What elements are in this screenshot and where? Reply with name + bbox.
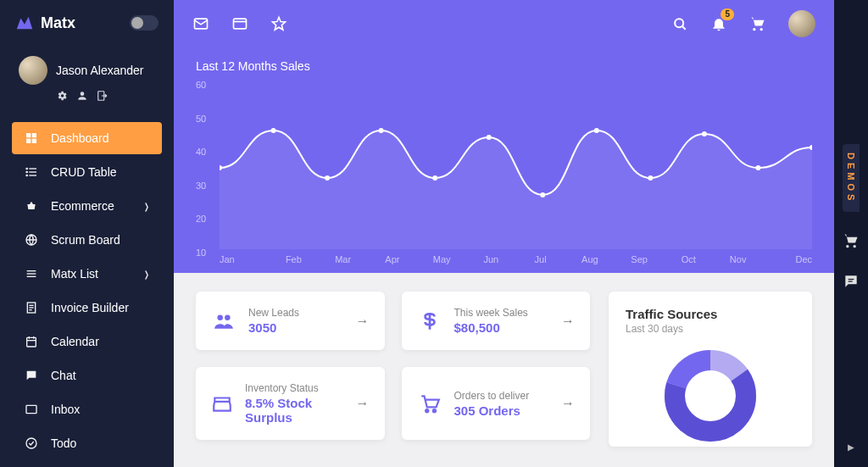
theme-toggle[interactable] (130, 15, 159, 31)
sidebar: Matx Jason Alexander Dashboard CRUD Tabl… (0, 0, 174, 467)
stat-card-inventory: Inventory Status 8.5% Stock Surplus → (196, 367, 385, 440)
brand: Matx (0, 0, 174, 46)
search-icon[interactable] (671, 15, 688, 32)
user-block: Jason Alexander (0, 46, 174, 90)
nav-todo[interactable]: Todo (12, 427, 162, 459)
svg-rect-3 (26, 139, 31, 143)
nav-ecommerce[interactable]: Ecommerce ❯ (12, 190, 162, 222)
svg-point-37 (594, 128, 599, 133)
sales-chart: 605040302010 (196, 80, 812, 249)
traffic-title: Traffic Sources (626, 307, 795, 321)
store-icon (211, 391, 233, 416)
chat-icon (24, 369, 39, 382)
stat-label: New Leads (248, 307, 299, 319)
nav-inbox[interactable]: Inbox (12, 393, 162, 425)
svg-point-44 (426, 409, 428, 412)
svg-rect-26 (234, 19, 247, 29)
shopping-cart-icon (417, 391, 442, 416)
star-icon[interactable] (270, 15, 287, 32)
svg-rect-4 (32, 139, 36, 143)
stat-value: 3050 (248, 320, 299, 335)
logout-icon[interactable] (97, 90, 108, 105)
sales-chart-panel: Last 12 Months Sales 605040302010 JanFeb… (174, 47, 834, 273)
nav-matx-list[interactable]: Matx List ❯ (12, 258, 162, 290)
rail-expand-icon[interactable]: ▶ (848, 442, 854, 452)
svg-point-42 (217, 314, 223, 320)
svg-point-34 (432, 175, 437, 181)
svg-point-24 (26, 438, 36, 448)
nav-calendar[interactable]: Calendar (12, 325, 162, 358)
user-actions (0, 90, 174, 115)
stat-card-new-leads: New Leads 3050 → (196, 292, 385, 350)
mail-icon[interactable] (192, 15, 209, 32)
nav-dashboard[interactable]: Dashboard (12, 122, 162, 154)
nav: Dashboard CRUD Table Ecommerce ❯ Scrum B… (0, 115, 174, 459)
nav-crud-table[interactable]: CRUD Table (12, 156, 162, 188)
user-name: Jason Alexander (56, 64, 144, 77)
svg-rect-1 (26, 133, 31, 137)
nav-label: Dashboard (51, 131, 109, 145)
stat-label: Orders to deliver (454, 390, 530, 402)
notification-badge: 5 (721, 8, 734, 20)
chevron-right-icon: ❯ (144, 202, 149, 211)
arrow-right-icon[interactable]: → (356, 396, 370, 411)
user-avatar[interactable] (19, 56, 47, 85)
nav-label: Todo (51, 436, 76, 450)
nav-label: Inbox (51, 403, 80, 416)
svg-point-10 (26, 175, 27, 175)
svg-point-8 (26, 168, 27, 169)
svg-rect-2 (32, 133, 36, 137)
svg-rect-23 (26, 405, 36, 413)
arrow-right-icon[interactable]: → (561, 396, 575, 411)
receipt-icon (24, 301, 39, 314)
main: 5 Last 12 Months Sales 605040302010 JanF… (174, 0, 834, 467)
nav-label: Chat (51, 369, 76, 382)
inbox-icon (24, 403, 39, 416)
list-alt-icon (24, 267, 39, 281)
nav-invoice-builder[interactable]: Invoice Builder (12, 292, 162, 324)
people-icon (211, 309, 236, 334)
nav-label: Calendar (51, 335, 99, 348)
chart-plot (220, 80, 812, 249)
calendar-icon (24, 335, 39, 348)
topbar: 5 (174, 0, 834, 47)
nav-label: Matx List (51, 267, 98, 281)
svg-point-32 (325, 175, 330, 181)
person-icon[interactable] (76, 90, 88, 105)
svg-point-45 (432, 409, 435, 412)
topbar-avatar[interactable] (788, 10, 815, 37)
stat-cards: New Leads 3050 → This week Sales $80,500… (196, 292, 590, 447)
svg-point-9 (26, 171, 27, 172)
svg-point-33 (379, 128, 384, 133)
chart-title: Last 12 Months Sales (196, 59, 812, 73)
list-icon (24, 165, 39, 179)
basket-icon (24, 199, 39, 213)
notifications-icon[interactable]: 5 (710, 15, 727, 32)
chart-x-axis: JanFebMarAprMayJunJulAugSepOctNovDec (220, 254, 812, 264)
dollar-icon (417, 309, 442, 334)
cart-icon[interactable] (749, 15, 766, 32)
svg-point-43 (225, 314, 231, 320)
arrow-right-icon[interactable]: → (356, 314, 370, 329)
svg-point-38 (648, 175, 653, 181)
nav-chat[interactable]: Chat (12, 359, 162, 392)
stat-card-week-sales: This week Sales $80,500 → (402, 292, 591, 350)
nav-label: CRUD Table (51, 165, 117, 179)
rail-cart-icon[interactable] (843, 232, 860, 253)
rail-comment-icon[interactable] (843, 273, 860, 293)
check-circle-icon (24, 436, 39, 450)
nav-label: Scrum Board (51, 233, 120, 247)
brand-name: Matx (41, 14, 75, 32)
arrow-right-icon[interactable]: → (561, 314, 575, 329)
nav-scrum-board[interactable]: Scrum Board (12, 224, 162, 256)
settings-icon[interactable] (56, 90, 68, 105)
stat-label: This week Sales (454, 307, 528, 319)
svg-point-31 (271, 128, 276, 133)
stat-value: $80,500 (454, 320, 528, 335)
right-rail: DEMOS ▶ (834, 0, 868, 467)
demos-button[interactable]: DEMOS (843, 144, 860, 212)
web-asset-icon[interactable] (231, 15, 248, 32)
stat-label: Inventory Status (245, 382, 344, 394)
traffic-sources-card: Traffic Sources Last 30 days (609, 292, 812, 447)
svg-point-28 (675, 19, 683, 27)
